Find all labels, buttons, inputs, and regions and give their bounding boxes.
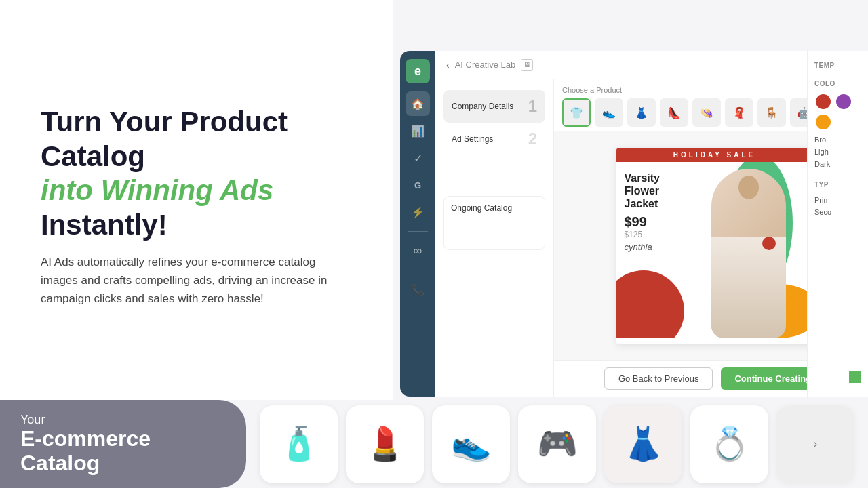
step-ongoing-catalog[interactable]: Ongoing Catalog [443, 196, 545, 250]
product-thumb-3[interactable]: 👗 [627, 98, 656, 127]
type-option-1[interactable]: Prim [814, 194, 861, 206]
status-indicator[interactable] [849, 371, 861, 383]
type-section: Typ Prim Seco [814, 181, 861, 218]
sidebar-logo: e [406, 59, 430, 83]
product-thumb-6[interactable]: 🧣 [725, 98, 753, 127]
color-purple[interactable] [836, 94, 851, 109]
ad-product-name: Varsity Flower Jacket [625, 171, 687, 211]
sidebar-divider [408, 231, 428, 232]
sidebar-divider-2 [408, 270, 428, 270]
step-2-label: Ad Settings [452, 134, 493, 144]
catalog-item-ring[interactable]: 💍 [690, 405, 768, 483]
color-orange[interactable] [816, 115, 831, 129]
template-section: Temp [814, 62, 861, 69]
color-red[interactable] [816, 94, 831, 109]
hero-subtitle: AI Ads automatically refines your e-comm… [41, 253, 353, 308]
product-thumb-2[interactable]: 👟 [595, 98, 623, 127]
step-ad-settings[interactable]: Ad Settings 2 [443, 123, 545, 155]
back-to-previous-button[interactable]: Go Back to Previous [604, 367, 713, 390]
top-bar: ‹ AI Creative Lab 🖥 [435, 51, 868, 79]
sidebar-item-tasks[interactable]: ✓ [406, 146, 430, 170]
back-arrow[interactable]: ‹ [446, 60, 450, 70]
sidebar-item-analytics[interactable]: 📊 [406, 119, 430, 143]
right-panel: Temp Colo Bro Ligh Dark Typ Prim Seco [807, 51, 868, 396]
color-option-2[interactable]: Ligh [814, 146, 861, 158]
catalog-item-perfume[interactable]: 🧴 [260, 405, 338, 483]
ad-price-old: $125 [625, 230, 687, 239]
screen-icon: 🖥 [521, 59, 533, 71]
ad-holiday-banner: HOLIDAY SALE [616, 148, 813, 162]
fashion-icon: 👗 [623, 425, 664, 463]
perfume-icon: 🧴 [279, 425, 319, 463]
step-1-label: Company Details [452, 102, 513, 111]
catalog-strip: Your E-commerceCatalog 🧴 💄 👟 🎮 👗 💍 › [0, 400, 868, 488]
ad-content: Varsity Flower Jacket $99 $125 cynthia [616, 162, 813, 338]
lipstick-icon: 💄 [365, 425, 406, 463]
ad-text-area: Varsity Flower Jacket $99 $125 cynthia [616, 162, 695, 338]
content-area: Company Details 1 Ad Settings 2 Ongoing … [435, 79, 868, 396]
step-1-number: 1 [528, 97, 537, 116]
hero-section: Turn Your Product Catalog into Winning A… [0, 0, 393, 400]
ring-icon: 💍 [709, 425, 750, 463]
gamepad-icon: 🎮 [537, 425, 578, 463]
product-thumb-1[interactable]: 👕 [562, 98, 591, 127]
product-thumb-5[interactable]: 👒 [692, 98, 721, 127]
main-content: ‹ AI Creative Lab 🖥 Company Details 1 Ad… [435, 51, 868, 396]
catalog-main-label: E-commerceCatalog [20, 427, 151, 474]
color-option-1[interactable]: Bro [814, 134, 861, 146]
catalog-label: Your E-commerceCatalog [0, 400, 246, 488]
step-2-number: 2 [528, 129, 537, 148]
color-label: Colo [814, 80, 861, 87]
hero-title: Turn Your Product Catalog into Winning A… [41, 105, 353, 242]
type-label: Typ [814, 181, 861, 188]
color-section: Colo Bro Ligh Dark [814, 80, 861, 170]
ad-model-img [692, 162, 806, 338]
sidebar-item-unlimited[interactable]: ∞ [406, 239, 430, 263]
sneaker-icon: 👟 [451, 425, 492, 463]
rose-accent [762, 237, 776, 250]
hero-title-part1: Turn Your Product Catalog [41, 106, 288, 171]
product-thumb-4[interactable]: 👠 [660, 98, 688, 127]
ad-price-current: $99 [625, 214, 687, 230]
top-bar-title: AI Creative Lab [455, 60, 516, 70]
catalog-your-label: Your [20, 413, 151, 427]
app-panel: e 🏠 📊 ✓ G ⚡ ∞ 📞 ‹ AI Creative Lab 🖥 Comp… [400, 51, 868, 396]
hero-title-part3: Instantly! [41, 209, 167, 241]
sidebar-item-home[interactable]: 🏠 [406, 92, 430, 116]
catalog-items: 🧴 💄 👟 🎮 👗 💍 › [246, 405, 868, 483]
template-label: Temp [814, 62, 861, 69]
sidebar-item-integrations[interactable]: ⚡ [406, 200, 430, 224]
hero-title-part2: into Winning Ads [41, 174, 273, 206]
sidebar-item-google[interactable]: G [406, 173, 430, 197]
catalog-item-sneakers[interactable]: 👟 [432, 405, 510, 483]
catalog-item-lipstick[interactable]: 💄 [346, 405, 424, 483]
type-option-2[interactable]: Seco [814, 206, 861, 218]
catalog-item-extra[interactable]: › [776, 405, 854, 483]
sidebar-item-phone[interactable]: 📞 [406, 277, 430, 302]
color-swatches [814, 93, 861, 134]
color-option-3[interactable]: Dark [814, 158, 861, 170]
catalog-item-fashion[interactable]: 👗 [604, 405, 682, 483]
catalog-item-gamepad[interactable]: 🎮 [518, 405, 596, 483]
step-3-label: Ongoing Catalog [451, 203, 512, 213]
model-figure [711, 169, 786, 338]
steps-sidebar: Company Details 1 Ad Settings 2 Ongoing … [435, 79, 554, 396]
ad-brand: cynthia [625, 242, 687, 252]
step-company-details[interactable]: Company Details 1 [443, 90, 545, 123]
product-thumb-7[interactable]: 🪑 [757, 98, 786, 127]
ad-card: HOLIDAY SALE Varsity Flower Jacket $99 $… [616, 148, 813, 344]
sidebar: e 🏠 📊 ✓ G ⚡ ∞ 📞 [400, 51, 435, 396]
